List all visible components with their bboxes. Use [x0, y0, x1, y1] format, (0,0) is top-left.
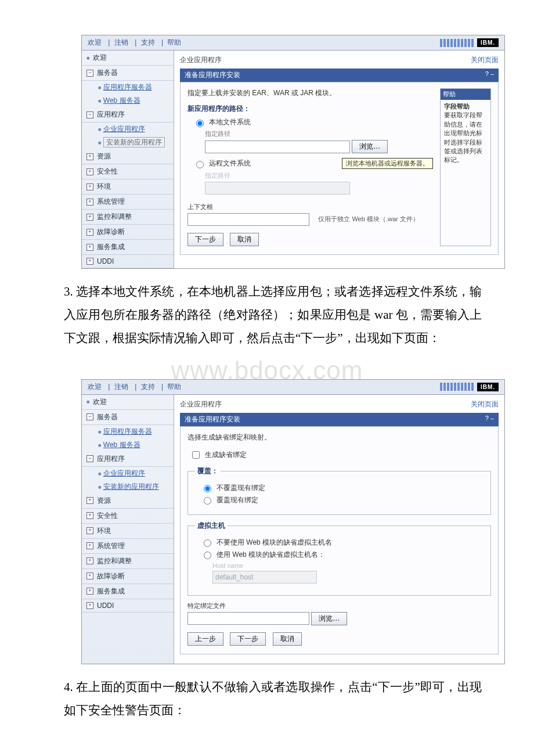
- expand-icon: +: [86, 183, 93, 190]
- welcome-text: 欢迎: [88, 383, 102, 391]
- sidebar-group-diag[interactable]: +故障诊断: [82, 225, 174, 240]
- expand-icon: +: [86, 214, 93, 221]
- vhost-fieldset: 虚拟主机 不要使用 Web 模块的缺省虚拟主机名 使用 Web 模块的缺省虚拟主…: [187, 521, 491, 596]
- bullet-icon: ■: [98, 442, 101, 448]
- expand-icon: +: [86, 244, 93, 251]
- next-button[interactable]: 下一步: [230, 632, 266, 646]
- sidebar-group-servers[interactable]: −服务器: [82, 66, 174, 81]
- cancel-button[interactable]: 取消: [273, 632, 302, 646]
- expand-icon: +: [86, 588, 93, 595]
- help-box: 帮助 字段帮助 要获取字段帮助信息，请在出现帮助光标时选择字段标签或选择列表标记…: [440, 88, 491, 246]
- sidebar-item-app-server[interactable]: ■ 应用程序服务器: [82, 425, 174, 438]
- separator: |: [135, 38, 136, 46]
- close-page-link[interactable]: 关闭页面: [471, 399, 499, 409]
- expand-icon: +: [86, 602, 93, 609]
- sidebar-item-install-new[interactable]: ■ 安装新的应用程序: [82, 136, 174, 149]
- bullet-icon: ■: [98, 429, 101, 435]
- expand-icon: +: [86, 229, 93, 236]
- sidebar-item-welcome[interactable]: ■欢迎: [82, 51, 174, 66]
- collapse-icon: −: [86, 111, 93, 118]
- separator: |: [108, 38, 110, 46]
- cancel-button[interactable]: 取消: [230, 233, 259, 246]
- sidebar-group-apps[interactable]: −应用程序: [82, 107, 174, 123]
- sidebar-group-env[interactable]: +环境: [82, 524, 174, 539]
- sidebar-group-uddi[interactable]: +UDDI: [82, 255, 174, 268]
- panel-main: 指定要上载并安装的 EAR、WAR 或 JAR 模块。 新应用程序的路径： 本地…: [187, 88, 433, 246]
- help-box-body: 要获取字段帮助信息，请在出现帮助光标时选择字段标签或选择列表标记。: [444, 111, 482, 163]
- sidebar-group-servers[interactable]: −服务器: [82, 410, 174, 425]
- sidebar-group-resources[interactable]: +资源: [82, 149, 174, 164]
- spec-path-label: 指定路径: [205, 129, 433, 138]
- sidebar-group-diag[interactable]: +故障诊断: [82, 569, 174, 584]
- local-fs-radio-input[interactable]: [196, 120, 204, 127]
- next-button[interactable]: 下一步: [187, 233, 223, 246]
- context-root-input[interactable]: [187, 213, 309, 226]
- brand-stripes-icon: [440, 383, 475, 391]
- main-column: 企业应用程序 关闭页面 准备应用程序安装 ? – 指定要上载并安装的 EAR、W…: [174, 51, 504, 268]
- sidebar-group-security[interactable]: +安全性: [82, 164, 174, 179]
- sidebar-group-svcint[interactable]: +服务集成: [82, 240, 174, 255]
- sidebar-item-install-new[interactable]: ■ 安装新的应用程序: [82, 480, 174, 494]
- help-link[interactable]: 帮助: [167, 383, 181, 391]
- help-box-title: 帮助: [441, 89, 490, 100]
- sidebar-item-web-server[interactable]: ■ Web 服务器: [82, 438, 174, 452]
- panel-title: 准备应用程序安装: [185, 415, 240, 424]
- remote-fs-radio[interactable]: 远程文件系统 浏览本地机器或远程服务器。: [193, 158, 433, 169]
- sidebar-group-env[interactable]: +环境: [82, 179, 174, 195]
- override-radio[interactable]: 覆盖现有绑定: [201, 495, 484, 505]
- path-heading: 新应用程序的路径：: [187, 104, 433, 114]
- bullet-icon: ■: [98, 85, 101, 91]
- close-page-link[interactable]: 关闭页面: [471, 55, 499, 65]
- hostname-label: Host name: [212, 562, 484, 569]
- vhost-opt1-radio[interactable]: 不要使用 Web 模块的缺省虚拟主机名: [201, 538, 484, 548]
- sidebar-group-svcint[interactable]: +服务集成: [82, 584, 174, 599]
- local-fs-radio[interactable]: 本地文件系统: [193, 117, 433, 127]
- sidebar-group-sysmgmt[interactable]: +系统管理: [82, 195, 174, 210]
- expand-icon: +: [86, 153, 93, 160]
- sidebar-item-web-server[interactable]: ■ Web 服务器: [82, 94, 174, 107]
- sidebar-group-monitor[interactable]: +监控和调整: [82, 554, 174, 569]
- browse-local-button[interactable]: 浏览…: [352, 140, 388, 153]
- collapse-icon: −: [86, 70, 93, 77]
- instruction-paragraph-3: 3. 选择本地文件系统，在本地机器上选择应用包；或者选择远程文件系统，输入应用包…: [64, 280, 482, 350]
- ibm-brand: IBM.: [440, 383, 499, 391]
- ibm-logo: IBM.: [477, 38, 499, 47]
- support-link[interactable]: 支持: [141, 383, 155, 391]
- prev-button[interactable]: 上一步: [187, 632, 223, 646]
- logout-link[interactable]: 注销: [114, 383, 128, 391]
- screenshot-2: 欢迎 | 注销 | 支持 | 帮助 IBM. ■欢迎 −服务器 ■ 应用程序服务…: [81, 379, 505, 664]
- bind-file-input[interactable]: [187, 612, 309, 625]
- ibm-logo: IBM.: [477, 383, 499, 391]
- sidebar-item-ent-app[interactable]: ■ 企业应用程序: [82, 123, 174, 136]
- sidebar-group-apps[interactable]: −应用程序: [82, 452, 174, 467]
- logout-link[interactable]: 注销: [114, 38, 128, 46]
- help-box-heading: 字段帮助: [444, 103, 470, 110]
- panel-controls[interactable]: ? –: [485, 415, 494, 424]
- topbar: 欢迎 | 注销 | 支持 | 帮助 IBM.: [82, 35, 504, 51]
- sidebar-item-welcome[interactable]: ■欢迎: [82, 395, 174, 410]
- vhost-opt2-radio[interactable]: 使用 Web 模块的缺省虚拟主机名：: [201, 550, 484, 560]
- sidebar-group-sysmgmt[interactable]: +系统管理: [82, 539, 174, 554]
- remote-path-input: [205, 182, 350, 195]
- main-column: 企业应用程序 关闭页面 准备应用程序安装 ? – 选择生成缺省绑定和映射。 生成…: [174, 395, 504, 664]
- no-override-radio[interactable]: 不覆盖现有绑定: [201, 483, 484, 493]
- separator: |: [161, 38, 163, 46]
- local-path-input[interactable]: [205, 141, 350, 153]
- page-title: 企业应用程序: [180, 399, 222, 409]
- expand-icon: +: [86, 497, 93, 504]
- sidebar-group-uddi[interactable]: +UDDI: [82, 599, 174, 613]
- sidebar-group-security[interactable]: +安全性: [82, 509, 174, 524]
- browse-bind-button[interactable]: 浏览…: [311, 612, 347, 625]
- gen-default-checkbox[interactable]: [192, 451, 200, 459]
- help-link[interactable]: 帮助: [167, 38, 181, 46]
- sidebar-item-app-server[interactable]: ■ 应用程序服务器: [82, 81, 174, 94]
- sidebar-group-monitor[interactable]: +监控和调整: [82, 210, 174, 225]
- sidebar-item-ent-app[interactable]: ■ 企业应用程序: [82, 467, 174, 480]
- ibm-brand: IBM.: [440, 38, 499, 47]
- separator: |: [108, 383, 110, 391]
- remote-fs-radio-input[interactable]: [196, 161, 204, 168]
- panel-controls[interactable]: ? –: [485, 70, 494, 80]
- sidebar-group-resources[interactable]: +资源: [82, 494, 174, 509]
- remote-fs-label: 远程文件系统: [209, 159, 251, 168]
- support-link[interactable]: 支持: [141, 38, 155, 46]
